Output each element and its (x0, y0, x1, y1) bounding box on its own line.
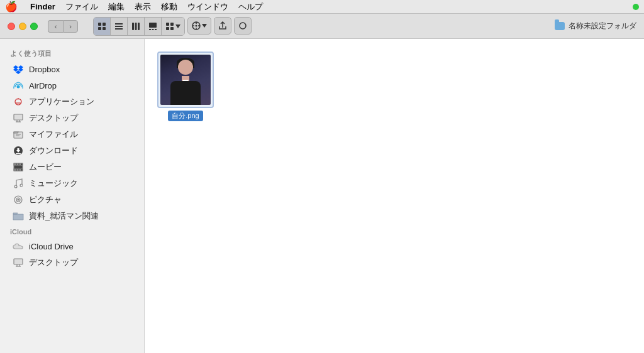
dropbox-icon (13, 63, 24, 75)
person-body (170, 81, 201, 105)
sidebar-label-downloads: ダウンロード (29, 145, 78, 156)
svg-rect-41 (19, 164, 21, 165)
menu-file[interactable]: ファイル (65, 1, 98, 13)
applications-icon (13, 96, 24, 107)
svg-point-49 (18, 199, 19, 200)
icloud-desktop-icon (13, 257, 24, 268)
svg-rect-10 (149, 23, 157, 28)
sidebar-item-applications[interactable]: アプリケーション (3, 94, 142, 110)
svg-rect-2 (98, 27, 101, 30)
sidebar-item-movies[interactable]: ムービー (3, 159, 142, 175)
file-preview (160, 55, 211, 105)
sidebar-section-icloud: iCloud (0, 224, 144, 238)
sidebar-item-pictures[interactable]: ピクチャ (3, 192, 142, 208)
sidebar-item-icloud-drive[interactable]: iCloud Drive (3, 238, 142, 254)
person-head (178, 60, 193, 75)
view-gallery-button[interactable] (145, 18, 162, 35)
menu-edit[interactable]: 編集 (108, 1, 125, 13)
file-thumbnail (157, 52, 214, 108)
sidebar-label-movies: ムービー (29, 161, 62, 173)
file-item-jibun[interactable]: 自分.png (157, 52, 214, 121)
tag-button[interactable] (234, 17, 252, 35)
svg-point-19 (196, 24, 197, 26)
file-name: 自分.png (168, 111, 203, 121)
pictures-icon (13, 194, 24, 205)
downloads-icon (13, 145, 24, 156)
folder-name: 名称未設定フォルダ (569, 21, 636, 31)
music-icon (13, 178, 24, 189)
svg-rect-11 (149, 29, 151, 30)
svg-rect-14 (166, 23, 169, 26)
finder-window: ‹ › (0, 14, 644, 353)
sidebar-label-applications: アプリケーション (29, 96, 94, 107)
view-column-button[interactable] (128, 18, 145, 35)
view-icon-button[interactable] (94, 18, 111, 35)
svg-rect-4 (115, 23, 123, 24)
back-button[interactable]: ‹ (48, 20, 63, 33)
content-area[interactable]: 自分.png (145, 39, 644, 353)
sidebar-item-music[interactable]: ミュージック (3, 175, 142, 192)
sidebar-label-icloud-drive: iCloud Drive (29, 242, 74, 251)
forward-button[interactable]: › (63, 20, 78, 33)
svg-rect-43 (17, 170, 18, 171)
sidebar-item-job[interactable]: 資料_就活マン関連 (3, 208, 142, 224)
sidebar-item-dropbox[interactable]: Dropbox (3, 61, 142, 77)
svg-rect-42 (14, 170, 16, 171)
menu-view[interactable]: 表示 (135, 1, 151, 13)
menu-window[interactable]: ウインドウ (187, 1, 228, 13)
svg-rect-0 (98, 23, 101, 26)
main-area: よく使う項目 Dropbox (0, 39, 644, 353)
sidebar-section-favorites: よく使う項目 (0, 45, 144, 61)
svg-rect-35 (16, 153, 21, 155)
svg-rect-39 (14, 164, 16, 165)
share-button[interactable] (214, 17, 231, 35)
sidebar-label-myfiles: マイファイル (29, 129, 78, 140)
close-button[interactable] (8, 23, 15, 30)
svg-rect-5 (115, 26, 123, 27)
svg-rect-27 (14, 114, 23, 120)
desktop-icon (13, 112, 24, 124)
svg-rect-8 (135, 23, 137, 30)
menu-help[interactable]: ヘルプ (238, 1, 263, 13)
sidebar-label-dropbox: Dropbox (29, 65, 60, 74)
view-controls (93, 17, 252, 36)
apple-menu[interactable]: 🍎 (5, 1, 18, 13)
sidebar-item-myfiles[interactable]: マイファイル (3, 126, 142, 143)
sidebar-item-desktop[interactable]: デスクトップ (3, 110, 142, 126)
svg-rect-9 (138, 23, 140, 30)
sidebar-item-icloud-desktop[interactable]: デスクトップ (3, 254, 142, 271)
view-grid-dropdown[interactable] (162, 18, 184, 35)
sidebar-label-pictures: ピクチャ (29, 194, 62, 205)
svg-rect-16 (166, 27, 169, 30)
minimize-button[interactable] (19, 23, 26, 30)
sidebar-label-desktop: デスクトップ (29, 112, 78, 124)
menu-go[interactable]: 移動 (161, 1, 177, 13)
view-mode-group (93, 17, 185, 36)
sidebar-label-music: ミュージック (29, 178, 78, 189)
myfiles-icon (13, 129, 24, 140)
folder-icon (555, 22, 565, 30)
sidebar-item-airdrop[interactable]: AirDrop (3, 77, 142, 94)
svg-point-45 (14, 185, 17, 188)
svg-point-26 (15, 99, 21, 105)
current-folder: 名称未設定フォルダ (555, 21, 636, 31)
action-button[interactable] (187, 17, 211, 35)
svg-rect-13 (155, 29, 157, 30)
airdrop-icon (13, 80, 24, 91)
svg-rect-17 (170, 27, 174, 30)
sidebar-item-downloads[interactable]: ダウンロード (3, 143, 142, 159)
view-list-button[interactable] (111, 18, 128, 35)
notification-dot (633, 4, 639, 10)
menubar: 🍎 Finder ファイル 編集 表示 移動 ウインドウ ヘルプ (0, 0, 644, 14)
sidebar-label-airdrop: AirDrop (29, 81, 57, 90)
sidebar: よく使う項目 Dropbox (0, 39, 145, 353)
fullscreen-button[interactable] (30, 23, 38, 30)
titlebar: ‹ › (0, 14, 644, 39)
traffic-lights (8, 23, 38, 30)
svg-rect-15 (170, 23, 174, 26)
svg-rect-40 (17, 164, 18, 165)
svg-rect-44 (19, 170, 21, 171)
menu-finder[interactable]: Finder (30, 2, 55, 11)
svg-rect-7 (132, 23, 134, 30)
svg-rect-50 (14, 259, 23, 264)
